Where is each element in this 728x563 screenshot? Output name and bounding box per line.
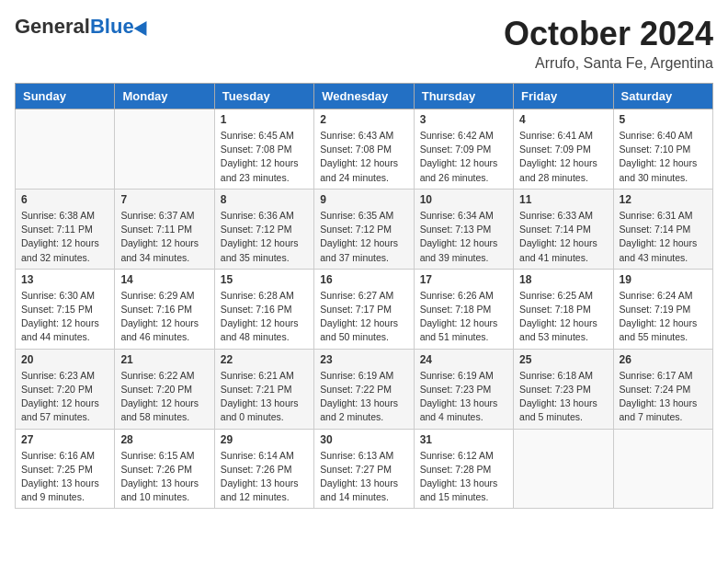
calendar-cell: 30Sunrise: 6:13 AM Sunset: 7:27 PM Dayli… <box>314 429 414 509</box>
weekday-header-thursday: Thursday <box>414 84 513 109</box>
day-number: 23 <box>320 353 407 366</box>
day-info: Sunrise: 6:16 AM Sunset: 7:25 PM Dayligh… <box>21 449 108 505</box>
day-number: 6 <box>21 193 108 206</box>
weekday-header-friday: Friday <box>514 84 613 109</box>
day-info: Sunrise: 6:22 AM Sunset: 7:20 PM Dayligh… <box>120 369 208 425</box>
calendar-cell: 18Sunrise: 6:25 AM Sunset: 7:18 PM Dayli… <box>514 269 613 349</box>
day-info: Sunrise: 6:33 AM Sunset: 7:14 PM Dayligh… <box>519 209 607 265</box>
calendar-week-5: 27Sunrise: 6:16 AM Sunset: 7:25 PM Dayli… <box>16 429 713 509</box>
day-info: Sunrise: 6:45 AM Sunset: 7:08 PM Dayligh… <box>221 129 308 185</box>
day-number: 15 <box>221 273 308 286</box>
day-number: 10 <box>420 193 507 206</box>
day-number: 21 <box>120 353 208 366</box>
calendar-cell <box>514 429 613 509</box>
weekday-header-wednesday: Wednesday <box>314 84 414 109</box>
day-number: 3 <box>420 113 507 126</box>
calendar-week-3: 13Sunrise: 6:30 AM Sunset: 7:15 PM Dayli… <box>16 269 713 349</box>
calendar-cell: 31Sunrise: 6:12 AM Sunset: 7:28 PM Dayli… <box>414 429 513 509</box>
calendar-cell: 21Sunrise: 6:22 AM Sunset: 7:20 PM Dayli… <box>115 349 214 429</box>
calendar-cell: 13Sunrise: 6:30 AM Sunset: 7:15 PM Dayli… <box>16 269 115 349</box>
calendar-cell: 15Sunrise: 6:28 AM Sunset: 7:16 PM Dayli… <box>214 269 313 349</box>
logo-triangle-icon <box>133 17 153 36</box>
day-info: Sunrise: 6:23 AM Sunset: 7:20 PM Dayligh… <box>21 369 108 425</box>
day-info: Sunrise: 6:34 AM Sunset: 7:13 PM Dayligh… <box>420 209 507 265</box>
day-info: Sunrise: 6:12 AM Sunset: 7:28 PM Dayligh… <box>420 449 507 505</box>
day-info: Sunrise: 6:42 AM Sunset: 7:09 PM Dayligh… <box>420 129 507 185</box>
day-info: Sunrise: 6:37 AM Sunset: 7:11 PM Dayligh… <box>120 209 208 265</box>
day-info: Sunrise: 6:25 AM Sunset: 7:18 PM Dayligh… <box>519 289 607 345</box>
day-info: Sunrise: 6:36 AM Sunset: 7:12 PM Dayligh… <box>221 209 308 265</box>
day-info: Sunrise: 6:21 AM Sunset: 7:21 PM Dayligh… <box>221 369 308 425</box>
day-info: Sunrise: 6:28 AM Sunset: 7:16 PM Dayligh… <box>221 289 308 345</box>
calendar-cell: 17Sunrise: 6:26 AM Sunset: 7:18 PM Dayli… <box>414 269 513 349</box>
day-number: 11 <box>519 193 607 206</box>
day-number: 2 <box>320 113 407 126</box>
calendar-cell: 7Sunrise: 6:37 AM Sunset: 7:11 PM Daylig… <box>115 189 214 269</box>
day-number: 20 <box>21 353 108 366</box>
day-info: Sunrise: 6:30 AM Sunset: 7:15 PM Dayligh… <box>21 289 108 345</box>
month-title: October 2024 <box>504 15 713 53</box>
calendar-cell: 5Sunrise: 6:40 AM Sunset: 7:10 PM Daylig… <box>613 109 712 190</box>
day-info: Sunrise: 6:15 AM Sunset: 7:26 PM Dayligh… <box>120 449 208 505</box>
calendar-cell: 26Sunrise: 6:17 AM Sunset: 7:24 PM Dayli… <box>613 349 712 429</box>
logo: General Blue <box>15 15 151 39</box>
day-info: Sunrise: 6:41 AM Sunset: 7:09 PM Dayligh… <box>519 129 607 185</box>
calendar-cell: 16Sunrise: 6:27 AM Sunset: 7:17 PM Dayli… <box>314 269 414 349</box>
day-number: 27 <box>21 433 108 446</box>
calendar-week-1: 1Sunrise: 6:45 AM Sunset: 7:08 PM Daylig… <box>16 109 713 190</box>
day-info: Sunrise: 6:35 AM Sunset: 7:12 PM Dayligh… <box>320 209 407 265</box>
weekday-header-sunday: Sunday <box>16 84 115 109</box>
day-info: Sunrise: 6:40 AM Sunset: 7:10 PM Dayligh… <box>620 129 707 185</box>
calendar-cell: 12Sunrise: 6:31 AM Sunset: 7:14 PM Dayli… <box>613 189 712 269</box>
day-number: 9 <box>320 193 407 206</box>
day-number: 17 <box>420 273 507 286</box>
logo-general: General <box>15 15 90 39</box>
day-info: Sunrise: 6:38 AM Sunset: 7:11 PM Dayligh… <box>21 209 108 265</box>
day-info: Sunrise: 6:18 AM Sunset: 7:23 PM Dayligh… <box>519 369 607 425</box>
calendar-table: SundayMondayTuesdayWednesdayThursdayFrid… <box>15 83 713 509</box>
day-number: 19 <box>620 273 707 286</box>
day-info: Sunrise: 6:43 AM Sunset: 7:08 PM Dayligh… <box>320 129 407 185</box>
calendar-cell: 10Sunrise: 6:34 AM Sunset: 7:13 PM Dayli… <box>414 189 513 269</box>
day-number: 25 <box>519 353 607 366</box>
calendar-cell: 23Sunrise: 6:19 AM Sunset: 7:22 PM Dayli… <box>314 349 414 429</box>
calendar-cell: 4Sunrise: 6:41 AM Sunset: 7:09 PM Daylig… <box>514 109 613 190</box>
day-info: Sunrise: 6:26 AM Sunset: 7:18 PM Dayligh… <box>420 289 507 345</box>
day-number: 28 <box>120 433 208 446</box>
calendar-cell <box>115 109 214 190</box>
day-number: 18 <box>519 273 607 286</box>
day-number: 7 <box>120 193 208 206</box>
day-info: Sunrise: 6:14 AM Sunset: 7:26 PM Dayligh… <box>221 449 308 505</box>
calendar-cell <box>16 109 115 190</box>
calendar-header-row: SundayMondayTuesdayWednesdayThursdayFrid… <box>16 84 713 109</box>
location-subtitle: Arrufo, Santa Fe, Argentina <box>504 55 713 72</box>
calendar-cell: 29Sunrise: 6:14 AM Sunset: 7:26 PM Dayli… <box>214 429 313 509</box>
logo-blue: Blue <box>90 15 134 39</box>
logo-text: General Blue <box>15 15 151 39</box>
weekday-header-monday: Monday <box>115 84 214 109</box>
day-number: 22 <box>221 353 308 366</box>
day-number: 1 <box>221 113 308 126</box>
calendar-cell: 22Sunrise: 6:21 AM Sunset: 7:21 PM Dayli… <box>214 349 313 429</box>
calendar-cell: 28Sunrise: 6:15 AM Sunset: 7:26 PM Dayli… <box>115 429 214 509</box>
day-number: 26 <box>620 353 707 366</box>
calendar-cell <box>613 429 712 509</box>
weekday-header-saturday: Saturday <box>613 84 712 109</box>
calendar-cell: 3Sunrise: 6:42 AM Sunset: 7:09 PM Daylig… <box>414 109 513 190</box>
day-number: 29 <box>221 433 308 446</box>
calendar-cell: 6Sunrise: 6:38 AM Sunset: 7:11 PM Daylig… <box>16 189 115 269</box>
calendar-body: 1Sunrise: 6:45 AM Sunset: 7:08 PM Daylig… <box>16 109 713 509</box>
day-info: Sunrise: 6:27 AM Sunset: 7:17 PM Dayligh… <box>320 289 407 345</box>
calendar-cell: 24Sunrise: 6:19 AM Sunset: 7:23 PM Dayli… <box>414 349 513 429</box>
calendar-cell: 1Sunrise: 6:45 AM Sunset: 7:08 PM Daylig… <box>214 109 313 190</box>
calendar-cell: 14Sunrise: 6:29 AM Sunset: 7:16 PM Dayli… <box>115 269 214 349</box>
day-info: Sunrise: 6:29 AM Sunset: 7:16 PM Dayligh… <box>120 289 208 345</box>
day-info: Sunrise: 6:24 AM Sunset: 7:19 PM Dayligh… <box>620 289 707 345</box>
day-number: 30 <box>320 433 407 446</box>
calendar-week-2: 6Sunrise: 6:38 AM Sunset: 7:11 PM Daylig… <box>16 189 713 269</box>
calendar-cell: 9Sunrise: 6:35 AM Sunset: 7:12 PM Daylig… <box>314 189 414 269</box>
day-number: 13 <box>21 273 108 286</box>
calendar-cell: 20Sunrise: 6:23 AM Sunset: 7:20 PM Dayli… <box>16 349 115 429</box>
weekday-header-tuesday: Tuesday <box>214 84 313 109</box>
day-info: Sunrise: 6:19 AM Sunset: 7:22 PM Dayligh… <box>320 369 407 425</box>
